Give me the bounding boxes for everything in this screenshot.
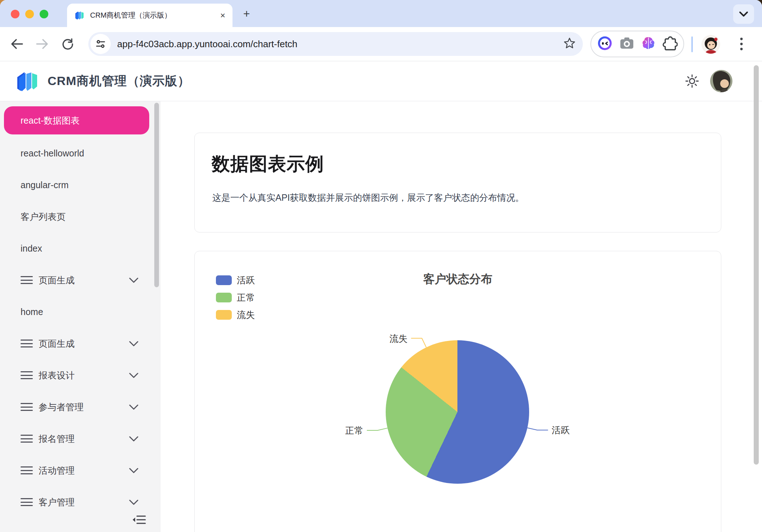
user-avatar[interactable]	[710, 70, 732, 92]
sidebar-item-5[interactable]: 页面生成	[0, 264, 160, 296]
pie-slice-label-2: 流失	[389, 332, 407, 344]
sidebar-item-label: 客户管理	[39, 496, 125, 508]
sidebar-item-6[interactable]: home	[0, 296, 160, 328]
sidebar-item-label: react-helloworld	[21, 148, 138, 159]
browser-menu-button[interactable]	[732, 35, 750, 53]
back-button[interactable]	[8, 35, 26, 53]
sidebar-scrollbar[interactable]	[154, 103, 159, 287]
page-description: 这是一个从真实API获取数据并展示的饼图示例，展示了客户状态的分布情况。	[212, 192, 524, 204]
chevron-down-icon	[129, 500, 138, 505]
sidebar-item-label: angular-crm	[21, 180, 138, 190]
chevron-down-icon	[129, 373, 138, 378]
page-title: 数据图表示例	[212, 152, 324, 177]
profile-avatar-image	[701, 35, 720, 54]
new-tab-button[interactable]: +	[239, 6, 254, 22]
chevron-down-icon	[129, 497, 138, 507]
sidebar-item-2[interactable]: angular-crm	[0, 169, 160, 201]
sidebar-item-9[interactable]: 参与者管理	[0, 391, 160, 423]
chevron-down-icon	[129, 404, 138, 410]
app-title: CRM商机管理（演示版）	[48, 73, 190, 89]
sidebar-item-label: 参与者管理	[39, 401, 125, 413]
chevron-down-icon	[129, 275, 138, 285]
sidebar-item-11[interactable]: 活动管理	[0, 455, 160, 486]
menu-icon	[21, 403, 33, 411]
extensions-pill	[590, 31, 684, 57]
menu-icon	[21, 435, 33, 443]
tab-strip: CRM商机管理（演示版） × +	[0, 0, 762, 27]
theme-toggle-button[interactable]	[684, 73, 700, 89]
macos-close-button[interactable]	[11, 10, 19, 18]
sidebar: react-数据图表react-helloworldangular-crm客户列…	[0, 101, 160, 532]
sidebar-item-label: index	[21, 243, 138, 254]
browser-window: CRM商机管理（演示版） × +	[0, 0, 762, 532]
assistant-icon	[597, 35, 613, 51]
reload-button[interactable]	[59, 35, 77, 53]
chevron-down-icon	[129, 465, 138, 476]
browser-tab[interactable]: CRM商机管理（演示版） ×	[67, 4, 232, 27]
collapse-sidebar-button[interactable]	[131, 513, 147, 526]
pie-leader-line-2	[411, 338, 426, 347]
menu-icon	[21, 276, 33, 284]
app-logo-favicon	[74, 10, 85, 21]
reload-icon	[61, 37, 74, 50]
extensions-menu-button[interactable]	[663, 36, 678, 52]
pie-leader-line-0	[527, 428, 548, 430]
chart-card: 客户状态分布 活跃正常流失 活跃正常流失	[194, 251, 721, 532]
assistant-extension-button[interactable]	[597, 35, 613, 53]
sidebar-nav: react-数据图表react-helloworldangular-crm客户列…	[0, 101, 160, 518]
macos-zoom-button[interactable]	[40, 10, 48, 18]
address-bar[interactable]: app-f4c03acb.app.yuntooai.com/chart-fetc…	[88, 32, 583, 56]
sidebar-item-label: home	[21, 307, 138, 317]
sidebar-item-0[interactable]: react-数据图表	[4, 106, 149, 134]
user-avatar-image	[710, 70, 732, 92]
chevron-down-icon	[129, 341, 138, 347]
sidebar-item-label: 客户列表页	[21, 211, 138, 223]
tune-icon	[95, 39, 106, 49]
plus-icon: +	[243, 7, 250, 21]
pie-leader-line-1	[367, 428, 387, 430]
chevron-down-icon	[129, 402, 138, 412]
browser-profile-avatar[interactable]	[701, 35, 720, 54]
sun-icon	[685, 74, 699, 88]
sidebar-item-4[interactable]: index	[0, 232, 160, 264]
chevron-down-icon	[129, 468, 138, 474]
tab-title: CRM商机管理（演示版）	[90, 10, 217, 20]
back-icon	[10, 39, 23, 49]
chevron-down-icon	[129, 434, 138, 444]
brain-icon	[641, 36, 656, 51]
sidebar-item-3[interactable]: 客户列表页	[0, 201, 160, 232]
forward-button[interactable]	[33, 35, 51, 53]
forward-icon	[36, 39, 49, 49]
chevron-down-icon	[129, 278, 138, 283]
chevron-down-icon	[739, 11, 748, 17]
main-content: 数据图表示例 这是一个从真实API获取数据并展示的饼图示例，展示了客户状态的分布…	[160, 101, 762, 532]
app-header: CRM商机管理（演示版）	[0, 61, 762, 101]
sidebar-item-label: 报名管理	[39, 433, 125, 445]
ai-extension-button[interactable]	[641, 36, 656, 52]
tab-search-chevron-button[interactable]	[733, 4, 754, 24]
app-logo	[16, 69, 39, 93]
page-scrollbar[interactable]	[754, 65, 759, 465]
sidebar-item-label: react-数据图表	[21, 115, 138, 127]
sidebar-item-10[interactable]: 报名管理	[0, 423, 160, 455]
chevron-down-icon	[129, 436, 138, 442]
sidebar-item-7[interactable]: 页面生成	[0, 328, 160, 359]
screenshot-extension-button[interactable]	[619, 36, 635, 52]
sidebar-item-8[interactable]: 报表设计	[0, 359, 160, 391]
sidebar-item-label: 报表设计	[39, 369, 125, 381]
sidebar-item-label: 页面生成	[39, 338, 125, 350]
chevron-down-icon	[129, 338, 138, 349]
collapse-sidebar-icon	[132, 514, 146, 525]
pie-graphic[interactable]	[386, 340, 529, 484]
browser-toolbar: app-f4c03acb.app.yuntooai.com/chart-fetc…	[0, 27, 762, 61]
menu-icon	[21, 340, 33, 347]
macos-minimize-button[interactable]	[25, 10, 34, 18]
app-body: react-数据图表react-helloworldangular-crm客户列…	[0, 101, 762, 532]
close-icon[interactable]: ×	[220, 11, 225, 20]
menu-icon	[21, 466, 33, 474]
sidebar-item-1[interactable]: react-helloworld	[0, 137, 160, 169]
sidebar-item-label: 活动管理	[39, 465, 125, 476]
bookmark-button[interactable]	[563, 37, 576, 51]
site-settings-chip[interactable]	[90, 34, 111, 54]
pie-slice-label-0: 活跃	[551, 424, 570, 436]
